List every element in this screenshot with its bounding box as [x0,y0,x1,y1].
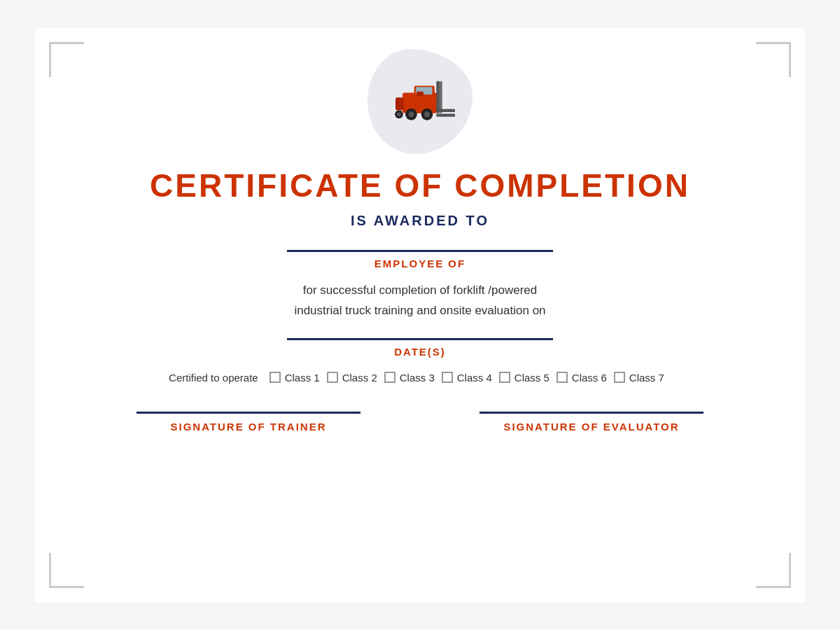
date-label: DATE(S) [394,346,446,358]
forklift-icon [385,74,455,130]
name-underline [287,250,553,252]
evaluator-sig-label: SIGNATURE OF EVALUATOR [503,421,679,433]
employee-label: EMPLOYEE OF [374,258,465,270]
certified-label: Certified to operate [169,372,258,384]
class-1-item: Class 1 [270,372,320,384]
class-5-label: Class 5 [514,372,550,384]
class-6-item: Class 6 [556,372,607,384]
classes-row: Certified to operate Class 1 Class 2 Cla… [77,372,763,384]
date-underline [287,338,553,340]
class-1-checkbox[interactable] [270,372,281,383]
svg-rect-8 [396,97,404,110]
class-6-checkbox[interactable] [556,372,568,383]
svg-rect-5 [440,81,442,113]
corner-bracket-bl [49,553,84,588]
class-5-checkbox[interactable] [499,372,510,383]
class-4-item: Class 4 [442,372,492,384]
class-6-label: Class 6 [572,372,607,384]
svg-point-10 [408,111,414,117]
svg-point-12 [424,111,430,117]
class-7-item: Class 7 [614,372,664,384]
class-3-item: Class 3 [384,372,435,384]
class-3-label: Class 3 [400,372,435,384]
class-3-checkbox[interactable] [384,372,396,383]
svg-rect-6 [436,109,455,112]
corner-bracket-br [756,553,791,588]
svg-rect-7 [436,114,455,117]
evaluator-sig-line [479,412,704,414]
svg-point-14 [397,112,401,116]
trainer-signature-block: SIGNATURE OF TRAINER [115,412,382,433]
certificate-title: CERTIFICATE OF COMPLETION [150,167,690,204]
trainer-sig-line [136,412,360,414]
awarded-to-label: IS AWARDED TO [351,213,489,229]
description-text: for successful completion of forklift /p… [294,281,545,321]
class-2-item: Class 2 [327,372,377,384]
class-4-label: Class 4 [457,372,492,384]
forklift-icon-container [368,49,472,154]
description-line1: for successful completion of forklift /p… [303,284,537,297]
evaluator-signature-block: SIGNATURE OF EVALUATOR [458,412,724,433]
description-line2: industrial truck training and onsite eva… [294,304,545,317]
signatures-row: SIGNATURE OF TRAINER SIGNATURE OF EVALUA… [77,412,763,433]
class-4-checkbox[interactable] [442,372,453,383]
svg-rect-4 [436,81,440,113]
corner-bracket-tl [49,42,84,77]
class-2-checkbox[interactable] [327,372,338,383]
class-1-label: Class 1 [285,372,320,384]
svg-rect-3 [416,92,424,97]
class-7-label: Class 7 [629,372,664,384]
class-7-checkbox[interactable] [614,372,625,383]
class-5-item: Class 5 [499,372,550,384]
trainer-sig-label: SIGNATURE OF TRAINER [170,421,326,433]
class-2-label: Class 2 [342,372,377,384]
corner-bracket-tr [756,42,791,77]
certificate: CERTIFICATE OF COMPLETION IS AWARDED TO … [35,28,805,602]
